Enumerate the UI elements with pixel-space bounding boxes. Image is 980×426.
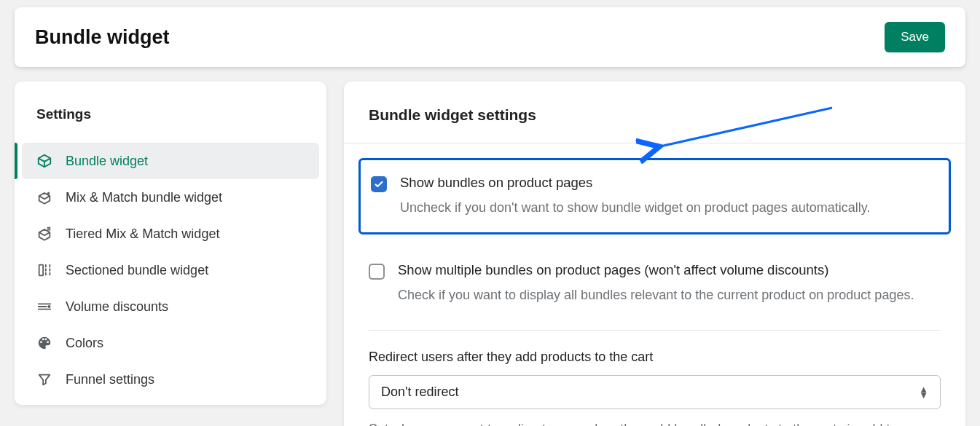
redirect-label: Redirect users after they add products t…: [369, 350, 941, 365]
sidebar-item-label: Funnel settings: [66, 372, 154, 387]
sidebar-item-sectioned[interactable]: Sectioned bundle widget: [22, 252, 319, 288]
redirect-selected-value: Don't redirect: [381, 384, 458, 400]
sections-icon: [36, 262, 52, 278]
divider: [369, 330, 941, 331]
sidebar-item-funnel[interactable]: Funnel settings: [22, 361, 319, 398]
funnel-icon: [36, 371, 52, 387]
sidebar-item-label: Mix & Match bundle widget: [66, 190, 222, 205]
redirect-help-text: Set where you want to redirect users whe…: [369, 419, 941, 426]
sidebar-item-label: Volume discounts: [66, 299, 168, 315]
save-button[interactable]: Save: [885, 22, 945, 52]
sidebar-item-tiered-mix-match[interactable]: Tiered Mix & Match widget: [22, 216, 319, 252]
sidebar-item-label: Tiered Mix & Match widget: [66, 226, 219, 242]
svg-rect-0: [39, 265, 44, 276]
header-bar: Bundle widget Save: [15, 7, 965, 67]
sidebar-item-colors[interactable]: Colors: [22, 325, 319, 361]
setting-show-bundles: Show bundles on product pages Uncheck if…: [358, 158, 951, 234]
select-caret-icon: ▲▼: [919, 387, 928, 398]
setting-desc: Uncheck if you don't want to show bundle…: [400, 198, 871, 218]
sidebar-list: Bundle widget Mix & Match bundle widget …: [15, 143, 326, 405]
palette-icon: [36, 335, 52, 351]
sidebar-item-label: Sectioned bundle widget: [66, 263, 208, 278]
page-title: Bundle widget: [35, 26, 170, 49]
main-settings-panel: Bundle widget settings Show bundles on p…: [344, 82, 965, 426]
show-multiple-checkbox[interactable]: [369, 264, 385, 280]
sidebar-item-label: Bundle widget: [66, 154, 148, 169]
settings-sidebar: Settings Bundle widget Mix & Match bundl…: [15, 82, 326, 405]
setting-show-multiple: Show multiple bundles on product pages (…: [358, 245, 951, 323]
box-icon: [36, 153, 52, 169]
sidebar-item-volume-discounts[interactable]: Volume discounts: [22, 288, 319, 325]
sidebar-item-bundle-widget[interactable]: Bundle widget: [22, 143, 319, 179]
setting-title: Show multiple bundles on product pages (…: [398, 262, 914, 278]
setting-title: Show bundles on product pages: [400, 175, 871, 191]
sidebar-heading: Settings: [15, 82, 326, 143]
box-plus-icon: [36, 189, 52, 205]
show-bundles-checkbox[interactable]: [371, 176, 387, 192]
box-tier-icon: [36, 226, 52, 242]
setting-desc: Check if you want to display all bundles…: [398, 285, 914, 305]
redirect-select[interactable]: Don't redirect ▲▼: [369, 375, 941, 409]
panel-heading: Bundle widget settings: [344, 82, 965, 143]
svg-point-1: [48, 306, 50, 307]
discount-icon: [36, 299, 52, 315]
sidebar-item-label: Colors: [66, 336, 103, 351]
redirect-section: Redirect users after they add products t…: [344, 338, 965, 426]
check-icon: [374, 179, 384, 189]
sidebar-item-mix-match[interactable]: Mix & Match bundle widget: [22, 179, 319, 216]
